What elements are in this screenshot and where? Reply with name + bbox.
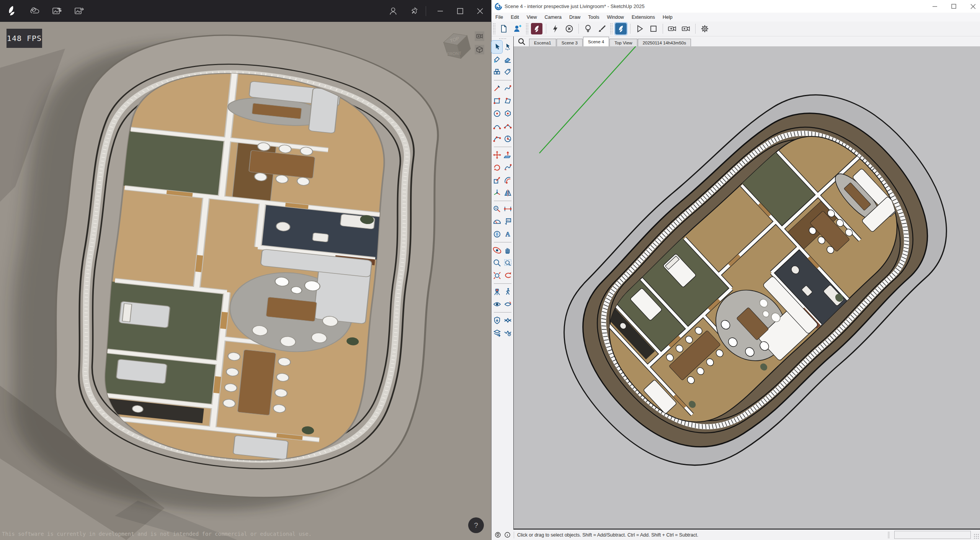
menu-camera[interactable]: Camera bbox=[541, 13, 565, 21]
scene-tab-20250114-14h43m50s[interactable]: 20250114 14h43m50s bbox=[638, 39, 691, 46]
svg-text:A: A bbox=[505, 231, 510, 238]
tool-axes-icon[interactable] bbox=[492, 187, 502, 199]
tool-freehand-icon[interactable] bbox=[502, 82, 513, 95]
tool-protractor-icon[interactable] bbox=[492, 215, 502, 228]
status-hint: Click or drag to select objects. Shift =… bbox=[517, 532, 698, 538]
tool-move-icon[interactable] bbox=[492, 149, 502, 161]
toolbar-drag-handle[interactable] bbox=[610, 23, 613, 34]
tool-rectangle-icon[interactable] bbox=[492, 95, 502, 107]
tool-select-icon[interactable] bbox=[492, 41, 502, 53]
tool-push-pull-icon[interactable] bbox=[502, 149, 513, 161]
gear-icon[interactable] bbox=[699, 23, 711, 35]
cancel-circle-icon[interactable] bbox=[563, 23, 575, 35]
tool-export-layers-icon[interactable] bbox=[492, 327, 502, 339]
tool-pan-icon[interactable] bbox=[502, 244, 513, 257]
lightbulb-icon[interactable] bbox=[582, 23, 594, 35]
render-viewport[interactable] bbox=[0, 22, 491, 540]
maximize-icon[interactable] bbox=[454, 5, 466, 17]
menu-tools[interactable]: Tools bbox=[584, 13, 603, 21]
record-camera-icon[interactable] bbox=[666, 23, 678, 35]
weather-icon[interactable] bbox=[29, 5, 41, 17]
stop-icon[interactable] bbox=[647, 23, 660, 35]
tool-orbit-icon[interactable] bbox=[492, 244, 502, 257]
tool-3-point-arc-icon[interactable] bbox=[492, 133, 502, 145]
brush-icon[interactable] bbox=[596, 23, 608, 35]
photo-export-icon[interactable] bbox=[74, 5, 85, 17]
menu-edit[interactable]: Edit bbox=[507, 13, 523, 21]
tool-dimension-icon[interactable] bbox=[502, 203, 513, 215]
close-icon[interactable] bbox=[474, 5, 486, 17]
menu-window[interactable]: Window bbox=[603, 13, 627, 21]
tool-previous-icon[interactable] bbox=[502, 269, 513, 282]
camera-off-icon[interactable] bbox=[475, 31, 484, 41]
sketchup-titlebar: Scene 4 - interior prespective just Livi… bbox=[492, 0, 980, 13]
tool-arc-icon[interactable] bbox=[492, 120, 502, 133]
scene-tab-scene-4[interactable]: Scene 4 bbox=[583, 37, 609, 46]
tool-eraser-icon[interactable] bbox=[502, 53, 513, 66]
tool-circle-icon[interactable] bbox=[492, 107, 502, 120]
tool-follow-me-icon[interactable] bbox=[502, 161, 513, 174]
toolbar-drag-handle[interactable] bbox=[526, 23, 529, 34]
toolbar-drag-handle[interactable] bbox=[493, 23, 496, 34]
menu-view[interactable]: View bbox=[523, 13, 541, 21]
tool-simplify-settings-icon[interactable] bbox=[502, 327, 513, 339]
lumion-sync-button[interactable] bbox=[531, 23, 543, 35]
tool-walk-icon[interactable] bbox=[502, 285, 513, 298]
view-cube[interactable]: TOP FRONT bbox=[439, 26, 475, 63]
tool-offset-icon[interactable] bbox=[502, 174, 513, 187]
scene-tab-scene-3[interactable]: Scene 3 bbox=[557, 39, 583, 46]
maximize-icon[interactable] bbox=[950, 3, 958, 10]
search-scenes-icon[interactable] bbox=[518, 38, 526, 46]
lumion-livesync-button[interactable] bbox=[615, 23, 627, 35]
menu-draw[interactable]: Draw bbox=[565, 13, 584, 21]
account-icon[interactable] bbox=[387, 5, 399, 17]
tool-simplify-icon[interactable] bbox=[502, 314, 513, 327]
tool-soften-edges-icon[interactable] bbox=[492, 314, 502, 327]
info-icon[interactable] bbox=[504, 532, 511, 538]
minimize-icon[interactable] bbox=[434, 5, 446, 17]
tool-line-icon[interactable] bbox=[492, 82, 502, 95]
help-button[interactable]: ? bbox=[468, 517, 484, 533]
tool-zoom-icon[interactable] bbox=[492, 257, 502, 269]
tool-scale-icon[interactable] bbox=[492, 174, 502, 187]
close-icon[interactable] bbox=[969, 3, 977, 10]
camera-off-icon[interactable] bbox=[680, 23, 692, 35]
tool-polygon-icon[interactable] bbox=[502, 107, 513, 120]
tool-zoom-extents-icon[interactable] bbox=[492, 269, 502, 282]
tool-flip-icon[interactable] bbox=[502, 187, 513, 199]
tool-rotate-icon[interactable] bbox=[492, 161, 502, 174]
minimize-icon[interactable] bbox=[931, 3, 939, 10]
tool-position-camera-icon[interactable] bbox=[492, 285, 502, 298]
photo-settings-icon[interactable] bbox=[51, 5, 63, 17]
geolocation-icon[interactable] bbox=[495, 532, 501, 538]
scene-tab-top-view[interactable]: Top View bbox=[609, 39, 637, 46]
modeling-viewport[interactable] bbox=[514, 46, 980, 530]
tool-text-icon[interactable]: A1 bbox=[502, 215, 513, 228]
tool-zoom-window-icon[interactable] bbox=[502, 257, 513, 269]
tool-look-around-icon[interactable] bbox=[492, 298, 502, 311]
tool-lasso-icon[interactable] bbox=[502, 41, 513, 53]
resize-grip[interactable] bbox=[973, 533, 979, 539]
tool-section-icon[interactable] bbox=[502, 298, 513, 311]
new-document-icon[interactable] bbox=[498, 23, 510, 35]
tool-components-icon[interactable] bbox=[492, 66, 502, 79]
menu-file[interactable]: File bbox=[492, 13, 507, 21]
menu-help[interactable]: Help bbox=[659, 13, 676, 21]
lightning-icon[interactable] bbox=[549, 23, 562, 35]
palette-separator bbox=[494, 283, 511, 284]
scene-tab-escena1[interactable]: Escena1 bbox=[529, 39, 556, 46]
menu-extensions[interactable]: Extensions bbox=[628, 13, 659, 21]
tool-tag-icon[interactable] bbox=[502, 66, 513, 79]
measurements-box[interactable] bbox=[894, 531, 971, 539]
tool-pie-icon[interactable] bbox=[502, 133, 513, 145]
pin-icon[interactable] bbox=[409, 5, 420, 17]
play-icon[interactable] bbox=[634, 23, 646, 35]
tool-3d-text-icon[interactable]: A bbox=[502, 228, 513, 241]
tool-paint-bucket-icon[interactable] bbox=[492, 53, 502, 66]
tool-2-point-arc-icon[interactable] bbox=[502, 120, 513, 133]
tool-tape-measure-icon[interactable] bbox=[492, 203, 502, 215]
add-person-icon[interactable] bbox=[511, 23, 524, 35]
tool-compass-icon[interactable] bbox=[492, 228, 502, 241]
tool-rotated-rectangle-icon[interactable] bbox=[502, 95, 513, 107]
isometric-view-icon[interactable] bbox=[475, 45, 484, 54]
